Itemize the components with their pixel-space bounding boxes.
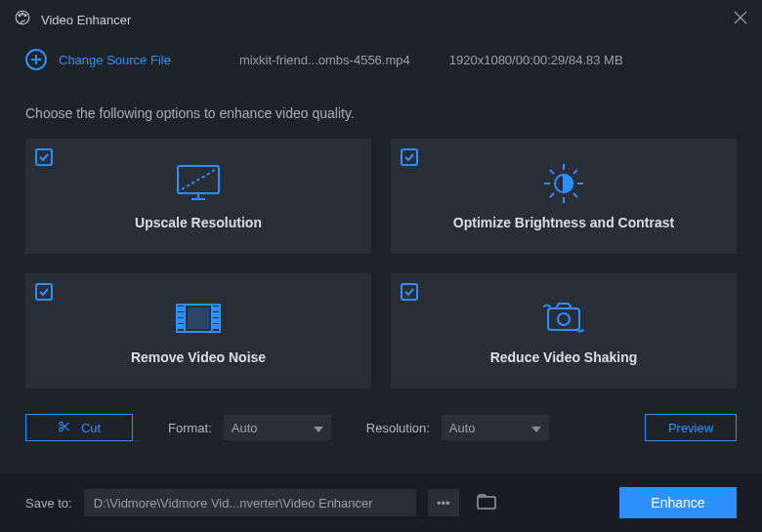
shaking-label: Reduce Video Shaking [490, 349, 638, 365]
preview-label: Preview [668, 421, 713, 435]
filmstrip-icon [173, 297, 224, 340]
enhance-label: Enhance [651, 495, 704, 511]
camera-shake-icon [538, 297, 589, 340]
close-icon[interactable] [733, 10, 748, 29]
brightness-checkbox[interactable] [401, 148, 418, 166]
svg-rect-29 [214, 313, 218, 316]
format-select[interactable]: Auto [224, 415, 331, 440]
resolution-select[interactable]: Auto [442, 415, 549, 440]
svg-point-1 [19, 15, 21, 17]
main-content: Change Source File mixkit-friend...ombs-… [0, 39, 762, 441]
options-grid: Upscale Resolution Optimize Brightness a… [25, 139, 737, 389]
format-label: Format: [168, 421, 212, 435]
save-path-text: D:\Vidmore\Vidmore Vid...nverter\Video E… [94, 496, 373, 511]
format-value: Auto [232, 421, 258, 435]
brightness-icon [540, 162, 587, 205]
change-source-link[interactable]: Change Source File [59, 53, 171, 67]
cut-button[interactable]: Cut [25, 414, 133, 441]
svg-line-20 [573, 170, 577, 174]
save-path-field[interactable]: D:\Vidmore\Vidmore Vid...nverter\Video E… [84, 489, 416, 516]
svg-rect-33 [548, 308, 579, 330]
svg-rect-41 [478, 497, 495, 509]
chevron-down-icon [314, 421, 323, 435]
upscale-resolution-card[interactable]: Upscale Resolution [25, 139, 371, 254]
svg-line-17 [550, 170, 554, 174]
shaking-checkbox[interactable] [401, 283, 418, 301]
resolution-label: Resolution: [366, 421, 430, 435]
noise-label: Remove Video Noise [131, 349, 266, 365]
titlebar: Video Enhancer [0, 0, 762, 39]
brightness-contrast-card[interactable]: Optimize Brightness and Contrast [391, 139, 737, 254]
monitor-icon [172, 162, 225, 205]
scissors-icon [58, 420, 71, 436]
more-label: ••• [437, 496, 450, 511]
source-filename: mixkit-friend...ombs-4556.mp4 [239, 53, 410, 67]
svg-rect-31 [214, 325, 218, 328]
palette-icon [14, 9, 31, 30]
cut-label: Cut [81, 421, 101, 435]
source-info: 1920x1080/00:00:29/84.83 MB [449, 53, 623, 67]
chevron-down-icon [531, 421, 541, 435]
svg-point-3 [24, 15, 26, 17]
folder-icon [477, 494, 496, 512]
svg-marker-40 [531, 427, 541, 432]
upscale-label: Upscale Resolution [135, 215, 262, 230]
svg-rect-28 [214, 307, 218, 310]
svg-rect-27 [179, 325, 183, 328]
remove-noise-card[interactable]: Remove Video Noise [25, 273, 371, 389]
preview-button[interactable]: Preview [645, 414, 737, 441]
controls-row: Cut Format: Auto Resolution: Auto Previe… [25, 414, 737, 441]
svg-rect-25 [179, 313, 183, 316]
svg-marker-39 [314, 427, 323, 432]
svg-line-18 [573, 193, 577, 197]
footer: Save to: D:\Vidmore\Vidmore Vid...nverte… [0, 473, 762, 532]
save-to-label: Save to: [25, 496, 72, 511]
source-row: Change Source File mixkit-friend...ombs-… [25, 39, 737, 88]
svg-rect-26 [179, 319, 183, 322]
brightness-label: Optimize Brightness and Contrast [453, 215, 674, 230]
open-folder-button[interactable] [471, 489, 502, 516]
svg-point-2 [21, 13, 23, 15]
svg-line-19 [550, 193, 554, 197]
svg-rect-32 [189, 308, 208, 328]
resolution-value: Auto [449, 421, 476, 435]
noise-checkbox[interactable] [35, 283, 53, 301]
add-source-button[interactable] [25, 49, 47, 70]
svg-point-36 [60, 428, 64, 431]
svg-line-9 [182, 170, 215, 189]
svg-rect-30 [214, 319, 218, 322]
window-title: Video Enhancer [41, 13, 131, 27]
upscale-checkbox[interactable] [35, 148, 53, 166]
more-button[interactable]: ••• [428, 489, 459, 516]
svg-point-35 [60, 422, 64, 426]
svg-rect-24 [179, 307, 183, 310]
instruction-text: Choose the following options to enhance … [25, 88, 737, 139]
enhance-button[interactable]: Enhance [619, 487, 737, 518]
svg-point-34 [558, 313, 570, 325]
reduce-shaking-card[interactable]: Reduce Video Shaking [391, 273, 737, 389]
